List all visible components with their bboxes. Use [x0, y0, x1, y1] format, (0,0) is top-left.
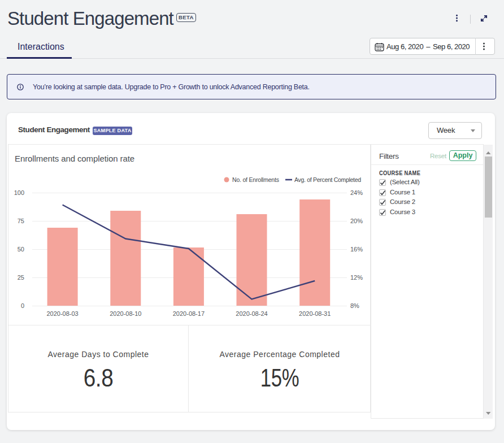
svg-text:No. of Enrollments: No. of Enrollments [232, 176, 279, 183]
svg-text:50: 50 [18, 246, 24, 253]
svg-text:2020-08-31: 2020-08-31 [299, 310, 331, 317]
svg-text:2020-08-03: 2020-08-03 [46, 310, 78, 317]
svg-text:Enrollments and completion rat: Enrollments and completion rate [15, 154, 134, 163]
svg-text:Avg. of Percent Completed: Avg. of Percent Completed [294, 176, 361, 183]
svg-text:2020-08-24: 2020-08-24 [236, 310, 267, 317]
svg-text:24%: 24% [350, 189, 363, 196]
svg-text:2020-08-17: 2020-08-17 [173, 310, 205, 317]
svg-text:2020-08-10: 2020-08-10 [110, 310, 141, 317]
svg-text:12%: 12% [350, 274, 363, 281]
svg-text:100: 100 [14, 189, 24, 196]
svg-text:20%: 20% [350, 218, 363, 224]
svg-text:0: 0 [21, 302, 24, 309]
svg-text:16%: 16% [350, 246, 363, 253]
svg-text:8%: 8% [350, 302, 359, 309]
svg-text:25: 25 [18, 274, 24, 281]
svg-text:75: 75 [18, 218, 24, 224]
